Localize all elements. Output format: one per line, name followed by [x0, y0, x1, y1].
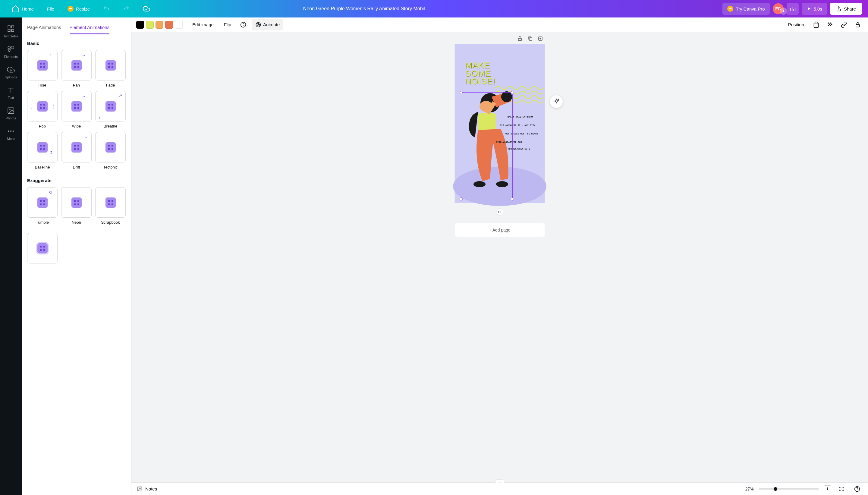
page-wrapper: MAKE SOME NOISE!: [455, 44, 544, 203]
animation-thumb: ⋯→: [61, 132, 92, 163]
exaggerate-animations-grid: ↻TumbleNeonScrapbook: [27, 187, 126, 225]
animation-card-wipe[interactable]: →Wipe: [61, 91, 92, 129]
page-lock-button[interactable]: [516, 34, 524, 43]
animation-label: Baseline: [35, 165, 50, 169]
redo-button[interactable]: [118, 2, 135, 15]
document-title[interactable]: Neon Green Purple Women's Rally Animated…: [303, 6, 430, 12]
undo-button[interactable]: [98, 2, 115, 15]
color-swatch[interactable]: [146, 21, 154, 29]
tab-page-animations[interactable]: Page Animations: [27, 22, 61, 34]
animation-thumb: [61, 187, 92, 218]
rail-photos[interactable]: Photos: [0, 103, 22, 124]
rail-label: Text: [8, 96, 14, 100]
lock-button[interactable]: [852, 19, 863, 30]
selection-handle-se[interactable]: [511, 198, 514, 201]
home-label: Home: [22, 6, 34, 12]
notes-button[interactable]: Notes: [137, 486, 157, 492]
zoom-thumb[interactable]: [774, 487, 777, 491]
info-button[interactable]: [238, 19, 249, 30]
header-left-group: Home File Resize: [6, 2, 156, 16]
animation-card-baseline[interactable]: ↥Baseline: [27, 132, 57, 169]
selection-handle-nw[interactable]: [459, 91, 463, 94]
position-button[interactable]: Position: [784, 20, 808, 30]
add-collaborator-icon[interactable]: +: [780, 7, 787, 15]
color-swatch[interactable]: [175, 21, 183, 29]
page-count-badge[interactable]: 1: [824, 485, 831, 492]
rail-more[interactable]: More: [0, 124, 22, 144]
svg-rect-22: [828, 25, 829, 26]
expand-timeline-button[interactable]: ︿: [495, 479, 504, 484]
zoom-value: 27%: [745, 487, 754, 491]
cloud-sync-button[interactable]: [137, 2, 156, 15]
swap-pages-button[interactable]: [496, 208, 503, 216]
svg-point-8: [8, 131, 9, 132]
basic-animations-grid: ↑Rise→PanFade()Pop→Wipe↗↙Breathe↥Baselin…: [27, 50, 126, 169]
resize-button[interactable]: Resize: [62, 3, 95, 15]
color-swatch[interactable]: [165, 21, 173, 29]
svg-rect-21: [831, 23, 832, 25]
animation-thumb: ↻: [27, 187, 57, 218]
file-button[interactable]: File: [41, 3, 60, 15]
left-navigation-rail: Templates Elements Uploads Text Photos M…: [0, 17, 22, 495]
link-button[interactable]: [838, 19, 849, 30]
svg-rect-18: [828, 22, 829, 23]
try-pro-button[interactable]: Try Canva Pro: [723, 3, 769, 15]
insights-button[interactable]: [787, 3, 799, 15]
add-page-button[interactable]: + Add page: [455, 223, 544, 237]
share-button[interactable]: Share: [830, 3, 862, 15]
page-add-button[interactable]: [536, 34, 544, 43]
canvas-page[interactable]: MAKE SOME NOISE!: [455, 44, 544, 203]
help-button[interactable]: [852, 483, 863, 494]
animation-thumb: →: [61, 50, 92, 81]
animation-card-breathe[interactable]: ↗↙Breathe: [95, 91, 126, 129]
footer-right: 27% 1: [745, 483, 863, 494]
avatar-group[interactable]: FC +: [773, 3, 784, 14]
play-button[interactable]: 5.0s: [802, 3, 827, 15]
play-icon: [806, 6, 811, 11]
copy-style-button[interactable]: [811, 19, 821, 30]
transparency-button[interactable]: [824, 19, 835, 30]
page-duplicate-button[interactable]: [526, 34, 534, 43]
headline-line-3: NOISE!: [465, 78, 496, 86]
ai-assist-fab[interactable]: [550, 95, 563, 108]
selection-handle-sw[interactable]: [459, 198, 463, 201]
home-button[interactable]: Home: [6, 2, 39, 16]
animation-tabs: Page Animations Element Animations: [27, 22, 126, 35]
animation-card-tectonic[interactable]: Tectonic: [95, 132, 126, 169]
headline-text[interactable]: MAKE SOME NOISE!: [465, 62, 496, 86]
edit-image-button[interactable]: Edit image: [189, 20, 217, 30]
flip-button[interactable]: Flip: [220, 20, 235, 30]
animation-label: Drift: [73, 165, 80, 169]
animation-label: Pan: [73, 83, 80, 87]
canvas-viewport[interactable]: MAKE SOME NOISE!: [132, 32, 868, 482]
animation-card-neon[interactable]: Neon: [61, 187, 92, 225]
animation-thumb: ↑: [27, 50, 57, 81]
svg-rect-24: [856, 24, 860, 27]
animation-card-pan[interactable]: →Pan: [61, 50, 92, 87]
rail-label: More: [7, 137, 15, 140]
svg-rect-17: [815, 22, 817, 23]
rail-elements[interactable]: Elements: [0, 41, 22, 62]
fullscreen-button[interactable]: [836, 483, 847, 494]
color-swatch[interactable]: [136, 21, 144, 29]
tab-element-animations[interactable]: Element Animations: [70, 22, 110, 34]
animate-button[interactable]: Animate: [251, 19, 283, 30]
animation-label: Tumble: [36, 220, 49, 225]
color-swatch[interactable]: [156, 21, 163, 29]
animation-card-extra[interactable]: [27, 233, 57, 263]
animation-card-pop[interactable]: ()Pop: [27, 91, 57, 129]
rail-text[interactable]: Text: [0, 83, 22, 103]
animation-card-fade[interactable]: Fade: [95, 50, 126, 87]
element-toolbar: Edit image Flip Animate Position: [132, 17, 868, 32]
rail-uploads[interactable]: Uploads: [0, 62, 22, 83]
selection-box[interactable]: [461, 92, 513, 199]
animation-card-scrapbook[interactable]: Scrapbook: [95, 187, 126, 225]
rail-templates[interactable]: Templates: [0, 21, 22, 41]
animation-card-tumble[interactable]: ↻Tumble: [27, 187, 57, 225]
zoom-slider[interactable]: [759, 488, 819, 490]
selection-handle-ne[interactable]: [511, 91, 514, 94]
lock-icon: [855, 22, 861, 28]
animation-card-rise[interactable]: ↑Rise: [27, 50, 57, 87]
animation-card-drift[interactable]: ⋯→Drift: [61, 132, 92, 169]
svg-point-10: [12, 131, 14, 132]
